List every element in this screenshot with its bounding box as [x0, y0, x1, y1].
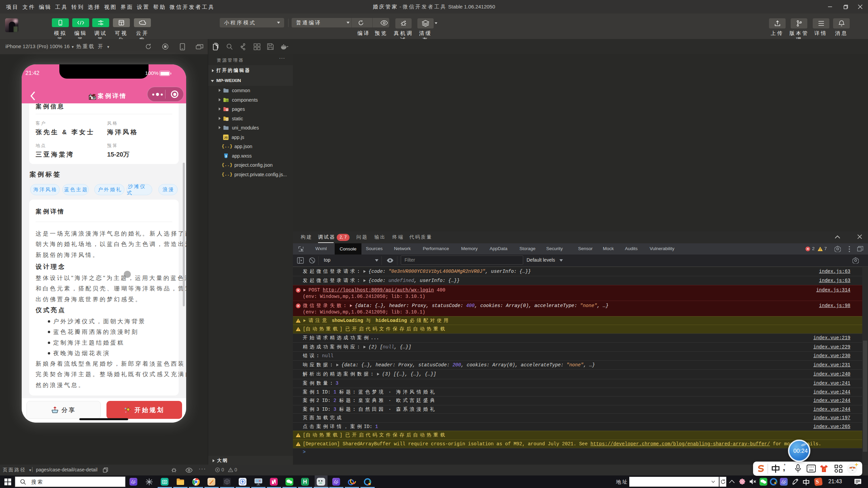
svg-text:JS: JS: [224, 136, 228, 139]
svg-text:3: 3: [225, 154, 227, 158]
